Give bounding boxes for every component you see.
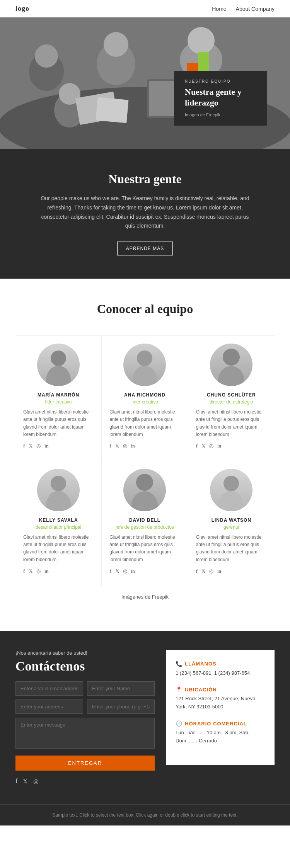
facebook-icon-3[interactable]: f <box>196 443 198 449</box>
info-block-call: 📞 LLÁMANOS 1 (234) 567-891, 1 (234) 987-… <box>176 661 265 677</box>
hero-section: NUESTRO EQUIPO Nuestra gente y liderazgo… <box>0 17 290 149</box>
linkedin-icon-6[interactable]: in <box>217 568 221 574</box>
nav-about[interactable]: About Company <box>236 6 275 12</box>
svg-point-20 <box>51 476 66 491</box>
social-icons-2: f 𝕏 ◎ in <box>109 443 180 449</box>
linkedin-icon-5[interactable]: in <box>131 568 135 574</box>
team-member-5: DAVID BELL jefe de gestion de productos … <box>102 461 188 586</box>
instagram-icon-1[interactable]: ◎ <box>36 443 41 449</box>
hero-card: NUESTRO EQUIPO Nuestra gente y liderazgo… <box>174 71 267 126</box>
member-name-4: KELLY SAVALA <box>23 517 94 523</box>
svg-point-21 <box>46 491 71 511</box>
contact-form: ENTREGAR <box>15 681 155 771</box>
member-role-2: líder creativo <box>109 399 180 405</box>
team-member-2: ANA RICHMOND líder creativo Glavi amet n… <box>102 335 188 461</box>
instagram-icon-4[interactable]: ◎ <box>36 568 41 574</box>
logo: logo <box>15 5 29 13</box>
instagram-icon-6[interactable]: ◎ <box>209 568 213 574</box>
location-title-text: UBICACIÓN <box>185 687 217 693</box>
svg-point-25 <box>219 491 244 511</box>
svg-point-16 <box>137 351 152 366</box>
team-member-4: KELLY SAVALA desarrollador principal Gla… <box>15 461 102 586</box>
twitter-icon-4[interactable]: 𝕏 <box>29 568 32 574</box>
linkedin-icon-3[interactable]: in <box>217 443 221 449</box>
twitter-icon-6[interactable]: 𝕏 <box>201 568 205 574</box>
hero-accent-green-top <box>198 52 209 73</box>
contact-instagram-icon[interactable]: ◎ <box>33 778 39 785</box>
hero-card-credit: Imagen de Freepik <box>185 112 256 117</box>
svg-point-3 <box>35 44 58 68</box>
team-member-1: MARÍA MARRÓN líder creativo Glavi amet n… <box>15 335 102 461</box>
member-name-3: CHUNG SCHLÜTER <box>196 392 267 398</box>
instagram-icon-5[interactable]: ◎ <box>123 568 127 574</box>
phone-input[interactable] <box>87 700 155 714</box>
member-name-6: LINDA WATSON <box>196 517 267 523</box>
freepik-credit: Imágenes de Freepik <box>15 586 275 608</box>
form-row-2 <box>15 700 155 718</box>
contact-twitter-icon[interactable]: 𝕏 <box>23 778 28 785</box>
submit-button[interactable]: ENTREGAR <box>15 756 155 771</box>
address-input[interactable] <box>15 700 83 714</box>
team-member-6: LINDA WATSON gerente Glavi amet nitnsl l… <box>188 461 275 586</box>
svg-point-23 <box>131 491 158 511</box>
contact-social: f 𝕏 ◎ <box>15 778 155 785</box>
svg-point-15 <box>46 366 71 386</box>
info-block-location: 📍 UBICACIÓN 121 Rock Street, 21 Avenue, … <box>176 686 265 711</box>
member-role-1: líder creativo <box>23 399 94 405</box>
facebook-icon-6[interactable]: f <box>196 568 198 574</box>
info-block-hours: 🕐 HORARIO COMERCIAL Lun - Vie ...... 10 … <box>176 720 265 745</box>
nav-home[interactable]: Home <box>212 6 226 12</box>
hero-card-title: Nuestra gente y liderazgo <box>185 87 256 109</box>
info-block-location-title: 📍 UBICACIÓN <box>176 686 265 693</box>
team-member-3: CHUNG SCHLÜTER director de estrategia Gl… <box>188 335 275 461</box>
social-icons-4: f 𝕏 ◎ in <box>23 568 94 574</box>
facebook-icon-2[interactable]: f <box>109 443 111 449</box>
message-input[interactable] <box>15 718 155 749</box>
team-grid: MARÍA MARRÓN líder creativo Glavi amet n… <box>15 335 275 586</box>
facebook-icon-1[interactable]: f <box>23 443 25 449</box>
learn-more-button[interactable]: APRENDE MÁS <box>117 242 173 255</box>
dark-section: Nuestra gente Our people make us who we … <box>0 149 290 279</box>
name-input[interactable] <box>87 681 155 696</box>
member-desc-1: Glavi amet nitnsl libero molestie ante u… <box>23 408 94 438</box>
member-desc-5: Glavi amet nitnsl libero molestie ante u… <box>109 534 180 563</box>
svg-rect-13 <box>96 97 129 123</box>
team-section-title: Conocer al equipo <box>15 302 275 316</box>
facebook-icon-5[interactable]: f <box>109 568 111 574</box>
member-role-5: jefe de gestion de productos <box>109 524 180 530</box>
call-title-text: LLÁMANOS <box>185 661 217 667</box>
contact-facebook-icon[interactable]: f <box>15 778 17 785</box>
instagram-icon-3[interactable]: ◎ <box>209 443 213 449</box>
facebook-icon-4[interactable]: f <box>23 568 25 574</box>
hours-title-text: HORARIO COMERCIAL <box>185 721 247 727</box>
navigation: logo Home About Company <box>0 0 290 17</box>
member-role-3: director de estrategia <box>196 399 267 405</box>
svg-point-5 <box>104 32 128 57</box>
location-text: 121 Rock Street, 21 Avenue, Nueva York, … <box>176 695 265 711</box>
form-row-1 <box>15 681 155 700</box>
twitter-icon-5[interactable]: 𝕏 <box>115 568 119 574</box>
contact-right: 📞 LLÁMANOS 1 (234) 567-891, 1 (234) 987-… <box>166 650 275 765</box>
avatar-linda <box>210 469 252 511</box>
hours-text: Lun - Vie ...... 10 am - 8 pm, Sáb, Dom.… <box>176 729 265 745</box>
avatar-maria <box>37 344 80 386</box>
avatar-chung <box>210 344 252 386</box>
avatar-kelly <box>37 469 80 511</box>
member-desc-4: Glavi amet nitnsl libero molestie ante u… <box>23 534 94 563</box>
member-name-1: MARÍA MARRÓN <box>23 392 94 398</box>
location-icon: 📍 <box>176 686 183 693</box>
phone-icon: 📞 <box>176 661 183 667</box>
email-input[interactable] <box>15 681 83 696</box>
avatar-david <box>123 469 166 511</box>
member-desc-3: Glavi amet nitnsl libero molestie ante u… <box>196 408 267 438</box>
linkedin-icon-2[interactable]: in <box>131 443 135 449</box>
linkedin-icon-4[interactable]: in <box>44 568 48 574</box>
linkedin-icon-1[interactable]: in <box>44 443 48 449</box>
dark-section-body: Our people make us who we are. The Kearn… <box>39 194 251 231</box>
twitter-icon-1[interactable]: 𝕏 <box>29 443 32 449</box>
twitter-icon-3[interactable]: 𝕏 <box>201 443 205 449</box>
contact-left: ¡Nos encantaría saber de usted! Contácte… <box>15 650 166 785</box>
footer-text: Sample text. Click to select the text bo… <box>8 812 282 818</box>
twitter-icon-2[interactable]: 𝕏 <box>115 443 119 449</box>
instagram-icon-2[interactable]: ◎ <box>123 443 127 449</box>
